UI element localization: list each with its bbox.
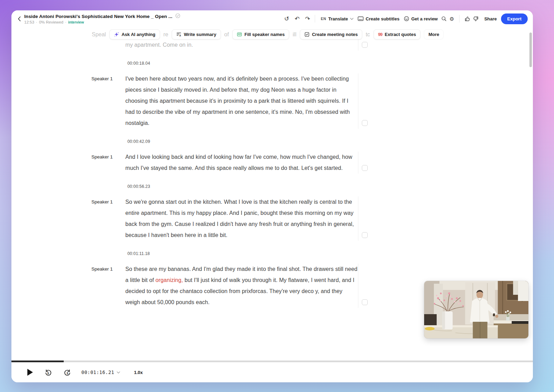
thumbs-down-icon [473, 16, 479, 22]
smiley-icon [404, 16, 409, 21]
paragraph-checkbox[interactable] [362, 232, 368, 238]
video-preview[interactable] [424, 281, 528, 338]
chevron-left-icon [18, 16, 21, 21]
paragraph-gutter [358, 152, 376, 174]
app-window: Inside Antoni Porowski's Sophisticated N… [11, 10, 533, 382]
create-meeting-notes-button[interactable]: Create meeting notes [300, 29, 362, 39]
transcript: my apartment. Come on in. 00:00:18.04 Sp… [91, 39, 379, 308]
quotes-icon: 99 [378, 32, 382, 37]
timestamp[interactable]: 00:00:42.09 [127, 139, 379, 144]
history-group: ↺ ↶ ↷ [283, 15, 312, 22]
play-icon [27, 369, 33, 376]
obscured-text-fragment: of [224, 31, 229, 38]
meeting-notes-icon [304, 32, 310, 37]
svg-text:5: 5 [47, 372, 49, 375]
fill-speaker-names-button[interactable]: Fill speaker names [232, 29, 289, 39]
transcript-paragraph[interactable]: And I love looking back and kind of look… [125, 152, 358, 174]
search-button[interactable] [440, 15, 448, 22]
paragraph-checkbox[interactable] [362, 120, 368, 126]
playback-speed-button[interactable]: 1.0x [134, 370, 143, 375]
timecode-button[interactable]: 00:01:16.21 [81, 370, 120, 375]
thumbs-down-button[interactable] [472, 15, 480, 22]
highlighted-word[interactable]: organizing, [155, 277, 183, 283]
reviewed-label: 0% Reviewed [39, 20, 63, 24]
obscured-text-fragment: ill [293, 31, 296, 38]
transcript-paragraph[interactable]: So we're gonna start out in the kitchen.… [125, 197, 358, 241]
transcript-line[interactable]: my apartment. Come on in. [125, 39, 358, 51]
ai-toolbar: Speal Ask AI anything re a Write summary… [92, 29, 444, 39]
version-history-button[interactable]: ↺ [283, 15, 291, 22]
redo-icon: ↷ [305, 16, 310, 22]
create-subtitles-button[interactable]: Create subtitles [356, 15, 402, 23]
playback-progress-bar[interactable] [11, 361, 533, 362]
obscured-text-fragment: re [163, 31, 168, 38]
transcript-row: Speaker 1 So we're gonna start out in th… [91, 197, 379, 241]
paragraph-checkbox[interactable] [362, 299, 368, 305]
history-icon: ↺ [284, 16, 289, 22]
paragraph-checkbox[interactable] [362, 42, 368, 48]
skip-back-5-icon: 5 [45, 369, 52, 376]
ask-ai-button[interactable]: Ask AI anything [109, 29, 160, 39]
search-icon [441, 16, 447, 21]
write-summary-button[interactable]: a Write summary [172, 29, 221, 39]
write-summary-label: Write summary [184, 32, 216, 37]
transcript-paragraph[interactable]: So these are my bananas. And I'm glad th… [125, 264, 358, 308]
language-code: EN [321, 17, 326, 21]
more-label: More [428, 32, 439, 37]
redo-button[interactable]: ↷ [304, 15, 311, 22]
translate-button[interactable]: EN Translate [319, 15, 356, 23]
video-frame-kitchen-scene [424, 281, 528, 338]
undo-icon: ↶ [295, 16, 300, 22]
summary-icon: a [176, 32, 181, 37]
meta-dot: · [36, 20, 37, 24]
header: Inside Antoni Porowski's Sophisticated N… [11, 10, 533, 27]
transcript-row: Speaker 1 And I love looking back and ki… [91, 152, 379, 174]
scrollbar-thumb[interactable] [529, 33, 532, 67]
sync-status-icon [175, 13, 180, 20]
document-meta: 12:53 · 0% Reviewed · interview [24, 20, 180, 24]
divider [459, 15, 459, 22]
skip-back-5-button[interactable]: 5 [43, 368, 53, 377]
chevron-down-icon [117, 371, 120, 374]
interview-tag[interactable]: interview [68, 20, 84, 24]
svg-text:a: a [179, 34, 181, 37]
paragraph-checkbox[interactable] [362, 165, 368, 171]
back-button[interactable] [16, 16, 22, 22]
undo-button[interactable]: ↶ [293, 15, 301, 22]
play-button[interactable] [26, 368, 34, 376]
thumbs-up-button[interactable] [463, 15, 472, 22]
speaker-label[interactable]: Speaker 1 [91, 264, 125, 308]
player-controls: 5 5 00:01:16.21 1.0x [11, 362, 533, 382]
skip-forward-5-icon: 5 [64, 369, 71, 376]
export-button[interactable]: Export [501, 13, 528, 24]
sparkle-icon [114, 32, 119, 37]
create-subtitles-label: Create subtitles [366, 16, 400, 21]
settings-button[interactable]: ⚙ [448, 16, 455, 22]
share-button[interactable]: Share [482, 15, 499, 23]
translate-label: Translate [328, 16, 348, 21]
paragraph-gutter [358, 73, 376, 129]
document-title: Inside Antoni Porowski's Sophisticated N… [24, 14, 172, 19]
transcript-paragraph[interactable]: I've been here about two years now, and … [125, 73, 358, 129]
extract-quotes-button[interactable]: 99 Extract quotes [374, 29, 421, 39]
get-review-button[interactable]: Get a review [402, 15, 440, 23]
get-review-label: Get a review [411, 16, 438, 21]
skip-forward-5-button[interactable]: 5 [62, 368, 72, 377]
meta-dot: · [65, 20, 66, 24]
paragraph-gutter [358, 264, 376, 308]
transcript-row: Speaker 1 So these are my bananas. And I… [91, 264, 379, 308]
timestamp[interactable]: 00:00:56.23 [127, 184, 379, 189]
speaker-names-icon [237, 32, 242, 37]
paragraph-gutter [358, 197, 376, 241]
speaker-label[interactable]: Speaker 1 [91, 197, 125, 241]
timestamp[interactable]: 00:00:18.04 [127, 61, 379, 66]
current-timecode: 00:01:16.21 [81, 370, 114, 375]
speaker-label[interactable]: Speaker 1 [91, 73, 125, 129]
obscured-text-fragment: tc [366, 31, 370, 38]
transcript-row-partial: my apartment. Come on in. [91, 39, 379, 51]
speaker-label[interactable]: Speaker 1 [91, 152, 125, 174]
timestamp[interactable]: 00:01:11.18 [127, 251, 379, 256]
more-button[interactable]: More [424, 29, 444, 39]
thumbs-up-icon [464, 16, 470, 22]
ask-ai-label: Ask AI anything [122, 32, 155, 37]
